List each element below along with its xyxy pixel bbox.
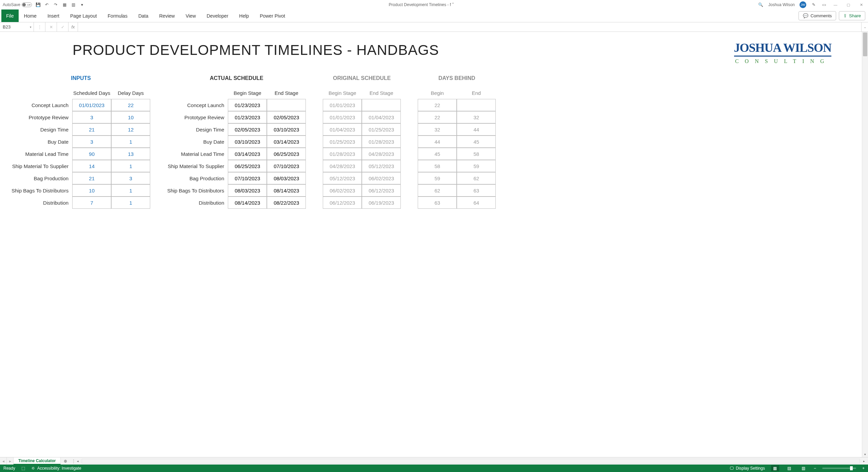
cell[interactable]: 02/05/2023	[267, 111, 306, 123]
cell[interactable]: 22	[418, 111, 457, 123]
tab-page-layout[interactable]: Page Layout	[65, 9, 102, 22]
cell[interactable]: 45	[418, 148, 457, 160]
cell[interactable]: 3	[72, 111, 111, 123]
autosave-toggle[interactable]: AutoSave Off	[3, 2, 32, 7]
cell[interactable]	[362, 99, 401, 111]
cell[interactable]: 01/25/2023	[323, 136, 362, 148]
cell[interactable]: 21	[72, 172, 111, 184]
cell[interactable]	[267, 99, 306, 111]
tab-review[interactable]: Review	[154, 9, 180, 22]
cell[interactable]: 59	[418, 172, 457, 184]
hscroll-right-icon[interactable]: ▸	[861, 459, 867, 463]
cell[interactable]: 01/23/2023	[228, 99, 267, 111]
avatar[interactable]: JW	[800, 1, 806, 8]
undo-icon[interactable]: ↶	[44, 2, 50, 7]
cell[interactable]: 01/01/2023	[72, 99, 111, 111]
cell[interactable]: 08/03/2023	[228, 184, 267, 197]
cell[interactable]: 13	[111, 148, 150, 160]
scroll-thumb[interactable]	[863, 33, 867, 56]
hscroll-left-icon[interactable]: ◂	[75, 459, 80, 463]
cell[interactable]: 22	[111, 99, 150, 111]
cell[interactable]: 58	[418, 160, 457, 172]
sheet-nav-next-icon[interactable]: ▸	[7, 457, 14, 465]
cell[interactable]: 08/03/2023	[267, 172, 306, 184]
cell[interactable]: 04/28/2023	[323, 160, 362, 172]
pen-icon[interactable]: ✎	[811, 2, 816, 7]
cell[interactable]: 06/25/2023	[228, 160, 267, 172]
name-box[interactable]: B23	[0, 22, 34, 32]
minimize-icon[interactable]: —	[831, 2, 840, 8]
cell[interactable]: 06/02/2023	[323, 184, 362, 197]
tab-file[interactable]: File	[1, 9, 19, 22]
cell[interactable]: 07/10/2023	[267, 160, 306, 172]
cell[interactable]: 08/14/2023	[267, 184, 306, 197]
redo-icon[interactable]: ↷	[53, 2, 58, 7]
close-icon[interactable]: ✕	[857, 2, 865, 8]
cell[interactable]: 59	[457, 160, 496, 172]
cell[interactable]: 63	[418, 197, 457, 209]
horizontal-scrollbar[interactable]	[82, 459, 860, 464]
cell[interactable]: 01/04/2023	[323, 123, 362, 136]
cell[interactable]: 01/28/2023	[323, 148, 362, 160]
cell[interactable]: 05/12/2023	[362, 160, 401, 172]
cell[interactable]: 06/12/2023	[362, 184, 401, 197]
save-icon[interactable]: 💾	[35, 2, 41, 7]
cell[interactable]: 63	[457, 184, 496, 197]
cell[interactable]: 58	[457, 148, 496, 160]
zoom-thumb[interactable]	[850, 466, 853, 470]
tab-power-pivot[interactable]: Power Pivot	[254, 9, 291, 22]
cell[interactable]: 01/01/2023	[323, 111, 362, 123]
cell[interactable]: 3	[72, 136, 111, 148]
ribbon-display-icon[interactable]: ▭	[821, 2, 827, 7]
cell[interactable]: 14	[72, 160, 111, 172]
cell[interactable]: 32	[457, 111, 496, 123]
expand-icon[interactable]: ⌄	[861, 22, 868, 32]
qat-icon-2[interactable]: ▥	[71, 2, 76, 7]
cell[interactable]: 01/23/2023	[228, 111, 267, 123]
tab-view[interactable]: View	[180, 9, 201, 22]
display-settings-button[interactable]: 🖵 Display Settings	[730, 466, 765, 471]
cell[interactable]: 08/14/2023	[228, 197, 267, 209]
fx-icon[interactable]: fx	[68, 22, 78, 32]
zoom-slider[interactable]	[822, 468, 856, 469]
cell[interactable]: 03/14/2023	[267, 136, 306, 148]
cell[interactable]: 05/12/2023	[323, 172, 362, 184]
cell[interactable]: 06/12/2023	[323, 197, 362, 209]
tab-help[interactable]: Help	[234, 9, 254, 22]
cancel-icon[interactable]: ✕	[45, 22, 57, 32]
cell[interactable]: 03/14/2023	[228, 148, 267, 160]
share-button[interactable]: ⇪ Share	[839, 11, 865, 20]
qat-icon[interactable]: ▦	[62, 2, 67, 7]
macro-record-icon[interactable]: ⬚	[21, 466, 25, 471]
formula-input[interactable]	[78, 22, 861, 32]
cell[interactable]: 21	[72, 123, 111, 136]
cell[interactable]: 07/10/2023	[228, 172, 267, 184]
cell[interactable]: 44	[418, 136, 457, 148]
accessibility-status[interactable]: ⛭ Accessibility: Investigate	[31, 466, 81, 471]
vertical-scrollbar[interactable]: ▴ ▾	[862, 32, 868, 457]
cell[interactable]: 22	[418, 99, 457, 111]
maximize-icon[interactable]: ▢	[844, 2, 852, 8]
comments-button[interactable]: 💬 Comments	[798, 11, 836, 20]
zoom-out-icon[interactable]: −	[814, 466, 816, 471]
cell[interactable]: 12	[111, 123, 150, 136]
cell[interactable]: 62	[418, 184, 457, 197]
cell[interactable]: 02/05/2023	[228, 123, 267, 136]
tab-formulas[interactable]: Formulas	[102, 9, 133, 22]
cell[interactable]: 06/19/2023	[362, 197, 401, 209]
cell[interactable]: 03/10/2023	[267, 123, 306, 136]
more-icon[interactable]: ⋮	[34, 22, 45, 32]
add-sheet-icon[interactable]: ⊕	[61, 457, 70, 465]
cell[interactable]: 01/04/2023	[362, 111, 401, 123]
cell[interactable]: 1	[111, 197, 150, 209]
tab-developer[interactable]: Developer	[201, 9, 234, 22]
cell[interactable]: 1	[111, 184, 150, 197]
tab-insert[interactable]: Insert	[42, 9, 65, 22]
page-layout-view-icon[interactable]: ▤	[785, 465, 793, 471]
cell[interactable]: 64	[457, 197, 496, 209]
cell[interactable]: 32	[418, 123, 457, 136]
cell[interactable]: 44	[457, 123, 496, 136]
cell[interactable]: 01/25/2023	[362, 123, 401, 136]
cell[interactable]: 01/28/2023	[362, 136, 401, 148]
cell[interactable]: 01/01/2023	[323, 99, 362, 111]
